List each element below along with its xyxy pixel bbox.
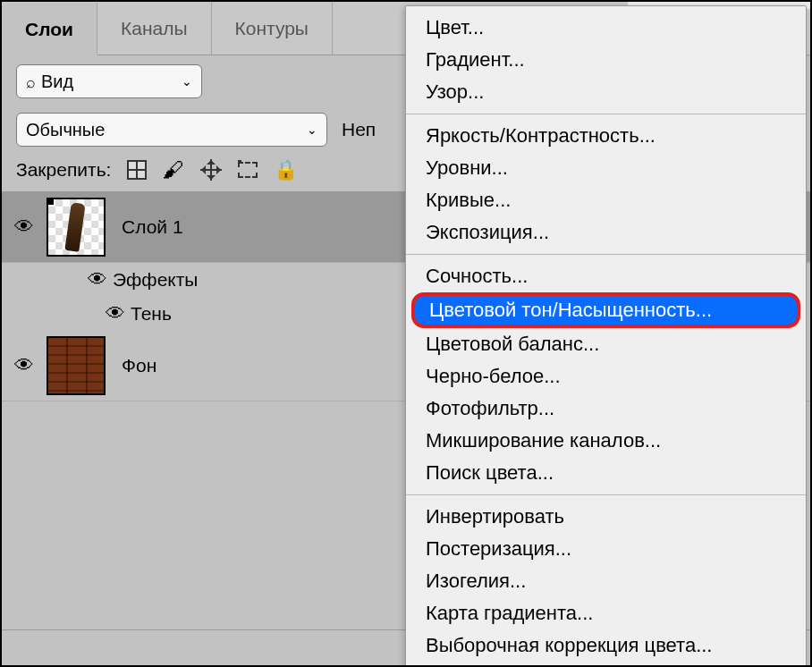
menu-separator [406, 494, 806, 495]
lock-pixels-icon[interactable]: 🖌 [163, 157, 184, 182]
blend-mode-label: Обычные [26, 120, 105, 140]
menu-hue-saturation[interactable]: Цветовой тон/Насыщенность... [411, 292, 800, 328]
chevron-down-icon: ⌄ [307, 122, 317, 137]
menu-black-white[interactable]: Черно-белое... [406, 360, 806, 393]
effects-label: Эффекты [113, 269, 198, 291]
visibility-toggle[interactable]: 👁 [2, 215, 47, 239]
blend-mode-select[interactable]: Обычные ⌄ [16, 113, 327, 147]
menu-posterize[interactable]: Постеризация... [406, 533, 806, 565]
layers-panel: Слои Каналы Контуры ⌕Вид ⌄ Обычные ⌄ Неп… [0, 0, 812, 667]
opacity-label: Неп [342, 119, 376, 140]
layer-thumbnail[interactable] [47, 336, 106, 395]
layer-thumbnail[interactable] [47, 198, 106, 257]
tab-channels[interactable]: Каналы [97, 2, 212, 55]
tab-layers[interactable]: Слои [2, 3, 97, 55]
menu-selective-color[interactable]: Выборочная коррекция цвета... [406, 629, 806, 662]
layer-name[interactable]: Фон [122, 355, 156, 376]
menu-invert[interactable]: Инвертировать [406, 501, 806, 533]
menu-levels[interactable]: Уровни... [406, 152, 806, 184]
lock-artboard-icon[interactable] [238, 160, 258, 180]
menu-color-lookup[interactable]: Поиск цвета... [406, 457, 806, 489]
chevron-down-icon: ⌄ [182, 74, 192, 89]
menu-curves[interactable]: Кривые... [406, 184, 806, 216]
lock-position-icon[interactable] [200, 159, 222, 181]
adjustment-layer-menu: Цвет... Градиент... Узор... Яркость/Конт… [405, 5, 807, 667]
menu-vibrance[interactable]: Сочность... [406, 260, 806, 292]
visibility-toggle[interactable]: 👁 [100, 302, 131, 325]
filter-label: Вид [41, 72, 73, 91]
tab-paths[interactable]: Контуры [212, 2, 333, 55]
menu-photo-filter[interactable]: Фотофильтр... [406, 393, 806, 425]
visibility-toggle[interactable]: 👁 [2, 354, 47, 377]
menu-gradient[interactable]: Градиент... [406, 44, 806, 76]
lock-label: Закрепить: [16, 159, 111, 181]
effect-name: Тень [131, 303, 172, 325]
menu-color-balance[interactable]: Цветовой баланс... [406, 328, 806, 360]
menu-separator [406, 114, 806, 114]
menu-channel-mixer[interactable]: Микширование каналов... [406, 425, 806, 457]
menu-threshold[interactable]: Изогелия... [406, 565, 806, 597]
layer-name[interactable]: Слой 1 [122, 216, 183, 238]
layer-filter-select[interactable]: ⌕Вид ⌄ [16, 64, 202, 98]
menu-pattern[interactable]: Узор... [406, 76, 806, 108]
menu-gradient-map[interactable]: Карта градиента... [406, 597, 806, 629]
lock-all-icon[interactable]: 🔒 [274, 158, 298, 182]
menu-solid-color[interactable]: Цвет... [406, 12, 806, 44]
menu-separator [406, 254, 806, 255]
menu-exposure[interactable]: Экспозиция... [406, 216, 806, 249]
lock-transparency-icon[interactable] [127, 160, 147, 180]
search-icon: ⌕ [26, 73, 36, 91]
menu-brightness-contrast[interactable]: Яркость/Контрастность... [406, 120, 806, 152]
visibility-toggle[interactable]: 👁 [82, 268, 113, 291]
